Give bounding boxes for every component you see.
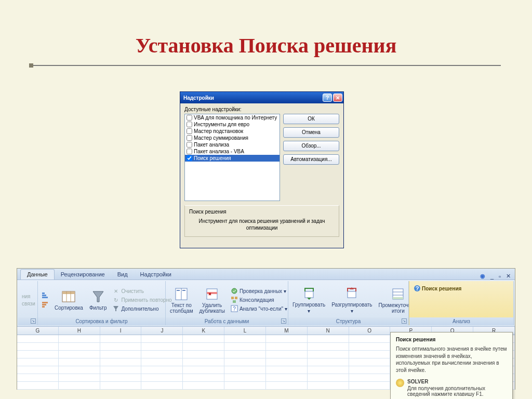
svg-rect-2: [42, 297, 48, 298]
addin-checkbox[interactable]: [187, 142, 192, 148]
svg-rect-0: [42, 292, 45, 294]
tooltip-solver-body: Для получения дополнительных сведений на…: [407, 385, 485, 397]
svg-rect-7: [62, 291, 75, 294]
advanced-icon: [112, 305, 119, 312]
svg-rect-22: [305, 291, 313, 298]
dialog-titlebar[interactable]: Надстройки ? ✕: [180, 92, 343, 103]
ribbon-tabs: Данные Рецензирование Вид Надстройки ◉ _…: [17, 269, 515, 280]
reapply-icon: ↻: [112, 296, 119, 303]
col-header[interactable]: G: [17, 327, 59, 335]
sort-asc-icon: [42, 291, 49, 299]
help-icon[interactable]: ◉: [480, 273, 485, 280]
whatif-button[interactable]: ?Анализ "что-если" ▾: [229, 304, 289, 313]
addin-checkbox[interactable]: [187, 122, 192, 127]
svg-rect-18: [235, 297, 237, 299]
col-header[interactable]: K: [183, 327, 224, 335]
ribbon-content: ния связи ↘ Сортировка Фильтр: [17, 280, 515, 327]
item-label: Фильтр: [89, 305, 107, 311]
filter-icon: [90, 289, 106, 304]
addin-label: Пакет анализа: [194, 142, 229, 148]
dialog-launcher-icon[interactable]: ↘: [281, 318, 286, 324]
worksheet[interactable]: G H I J K L M N O P Q R Поиск решения По…: [17, 327, 515, 390]
svg-rect-4: [42, 304, 46, 305]
addin-label: Мастер суммирования: [194, 135, 248, 141]
tab-data[interactable]: Данные: [20, 269, 55, 280]
sort-button[interactable]: Сортировка: [52, 288, 85, 312]
svg-text:?: ?: [416, 285, 419, 291]
group-label-sort: Сортировка и фильтр: [38, 317, 165, 325]
svg-rect-12: [177, 290, 180, 291]
addin-label: VBA для помощника по Интернету: [194, 115, 277, 121]
addin-checkbox[interactable]: [187, 155, 192, 161]
partial-item: ния: [20, 293, 32, 300]
addin-label: Инструменты для евро: [194, 122, 249, 127]
restore-icon[interactable]: ▫: [499, 273, 501, 280]
col-header[interactable]: N: [308, 327, 349, 335]
close-button[interactable]: ✕: [333, 94, 342, 102]
addin-checkbox[interactable]: [187, 115, 192, 121]
dialog-launcher-icon[interactable]: ↘: [402, 318, 407, 324]
group-label-datatools: Работа с данными↘: [166, 317, 288, 325]
text-to-columns-button[interactable]: Текст по столбцам: [168, 285, 195, 315]
tab-addins[interactable]: Надстройки: [134, 270, 178, 280]
minimize-icon[interactable]: _: [490, 273, 494, 280]
sort-desc-button[interactable]: [40, 300, 50, 309]
browse-button[interactable]: Обзор...: [283, 141, 339, 151]
svg-rect-27: [393, 297, 403, 299]
col-header[interactable]: J: [141, 327, 183, 335]
solver-button[interactable]: ? Поиск решения: [411, 284, 463, 292]
addin-item[interactable]: Мастер суммирования: [185, 135, 280, 141]
addin-checkbox[interactable]: [187, 135, 192, 141]
addin-item[interactable]: Пакет анализа - VBA: [185, 148, 280, 155]
addin-item[interactable]: Инструменты для евро: [185, 121, 280, 128]
svg-rect-19: [233, 300, 236, 303]
filter-button[interactable]: Фильтр: [87, 288, 109, 312]
sort-icon: [61, 289, 76, 304]
tab-review[interactable]: Рецензирование: [55, 270, 111, 280]
ribbon-area: Данные Рецензирование Вид Надстройки ◉ _…: [17, 268, 515, 390]
sort-asc-button[interactable]: [40, 291, 50, 299]
addin-checkbox[interactable]: [187, 149, 192, 154]
data-validation-button[interactable]: Проверка данных ▾: [229, 287, 289, 295]
close-window-icon[interactable]: ✕: [506, 273, 511, 280]
tab-view[interactable]: Вид: [111, 270, 134, 280]
svg-rect-23: [348, 291, 356, 298]
addin-item[interactable]: Пакет анализа: [185, 141, 280, 148]
group-label-analysis: Анализ: [409, 317, 513, 325]
dialog-launcher-icon[interactable]: ↘: [31, 318, 36, 324]
item-label: Сортировка: [55, 305, 83, 311]
dropdown-icon: ▾: [351, 308, 353, 314]
slide-title: Установка Поиска решения: [0, 0, 532, 65]
cancel-button[interactable]: Отмена: [283, 127, 339, 138]
svg-rect-5: [42, 306, 45, 308]
svg-rect-3: [42, 302, 48, 303]
addin-label: Пакет анализа - VBA: [194, 149, 244, 154]
addin-item[interactable]: VBA для помощника по Интернету: [185, 114, 280, 121]
group-button[interactable]: Группировать ▾: [290, 285, 327, 315]
dialog-footer: Поиск решения Инструмент для поиска реше…: [184, 205, 339, 237]
solver-help-icon: [396, 379, 404, 387]
group-label: ↘: [18, 317, 37, 325]
svg-text:?: ?: [233, 306, 236, 312]
automation-button[interactable]: Автоматизация...: [283, 154, 339, 165]
addin-item-selected[interactable]: Поиск решения: [185, 155, 280, 162]
help-button[interactable]: ?: [323, 94, 332, 102]
ok-button[interactable]: ОК: [283, 114, 339, 124]
window-controls: ◉ _ ▫ ✕: [480, 273, 515, 280]
item-label: Разгруппировать: [331, 302, 372, 308]
col-header[interactable]: O: [349, 327, 391, 335]
col-header[interactable]: M: [266, 327, 308, 335]
addin-checkbox[interactable]: [187, 128, 192, 134]
addin-item[interactable]: Мастер подстановок: [185, 128, 280, 135]
ungroup-button[interactable]: Разгруппировать ▾: [329, 285, 374, 315]
svg-rect-13: [182, 290, 185, 291]
col-header[interactable]: I: [100, 327, 142, 335]
addin-label: Поиск решения: [194, 155, 231, 161]
consolidate-button[interactable]: Консолидация: [229, 296, 289, 304]
remove-duplicates-button[interactable]: Удалить дубликаты: [197, 285, 227, 315]
advanced-filter-button[interactable]: Дополнительно: [111, 304, 173, 313]
validation-icon: [231, 287, 238, 295]
addins-listbox[interactable]: VBA для помощника по Интернету Инструмен…: [184, 114, 280, 201]
col-header[interactable]: H: [59, 327, 100, 335]
col-header[interactable]: L: [224, 327, 266, 335]
